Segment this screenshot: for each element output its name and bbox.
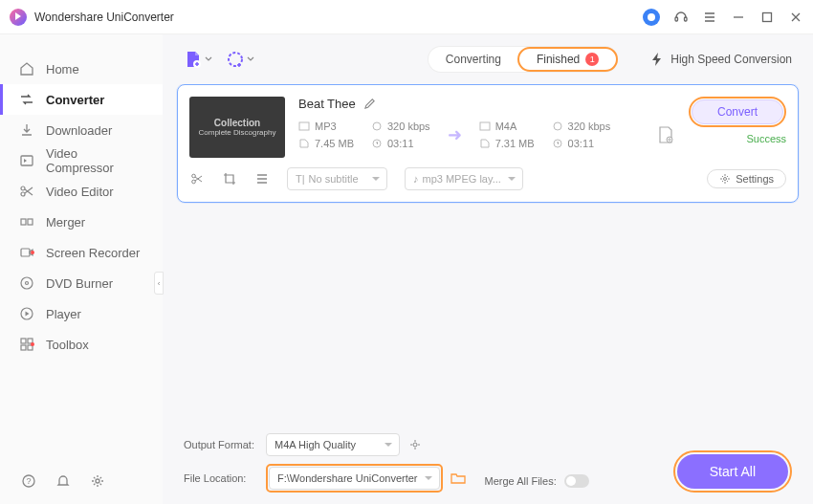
titlebar: Wondershare UniConverter [0,0,813,34]
play-icon [19,306,34,321]
svg-rect-8 [21,249,30,256]
convert-button[interactable]: Convert [692,99,783,124]
add-file-button[interactable] [184,50,212,69]
sidebar-collapse-handle[interactable]: ‹ [154,272,164,295]
svg-point-30 [724,178,727,181]
sidebar: Home Converter Downloader Video Compress… [0,34,163,504]
notification-dot [31,251,34,254]
sidebar-item-downloader[interactable]: Downloader [0,115,163,145]
arrow-icon: ➜ [448,124,462,145]
svg-point-4 [21,186,25,190]
high-speed-toggle[interactable]: High Speed Conversion [649,52,792,67]
sidebar-item-label: Merger [46,215,85,230]
crop-icon[interactable] [222,171,237,186]
open-folder-icon[interactable] [450,471,466,485]
compress-icon [19,153,34,168]
sidebar-item-merger[interactable]: Merger [0,207,163,237]
toolbox-icon [19,337,34,352]
sidebar-item-label: DVD Burner [46,276,113,291]
merge-label: Merge All Files: [485,475,557,487]
svg-point-20 [229,53,242,66]
tab-converting[interactable]: Converting [428,47,518,72]
svg-rect-1 [685,17,688,21]
audio-track-select[interactable]: ♪mp3 MPEG lay... [405,167,523,190]
sidebar-item-recorder[interactable]: Screen Recorder [0,237,163,268]
svg-point-9 [21,277,33,289]
disc-icon [19,275,34,291]
thumbnail: CollectionComplete Discography [189,97,285,158]
download-icon [19,122,34,138]
converter-icon [19,92,34,107]
output-settings-icon[interactable] [656,125,675,144]
dst-bitrate: 320 kbps [552,121,611,132]
add-url-button[interactable] [226,50,254,69]
svg-rect-14 [21,345,26,350]
subtitle-select[interactable]: T|No subtitle [287,167,387,190]
svg-point-10 [26,282,29,285]
minimize-icon[interactable] [731,10,746,25]
svg-rect-6 [21,219,26,225]
item-title: Beat Thee [298,97,356,111]
sidebar-item-label: Converter [46,93,104,107]
svg-point-5 [21,192,25,196]
format-settings-icon[interactable] [407,437,423,452]
tab-finished[interactable]: Finished1 [517,47,618,72]
recorder-icon [19,245,34,260]
headset-icon[interactable] [673,10,689,25]
item-settings-button[interactable]: Settings [707,169,786,188]
dst-size: 7.31 MB [479,138,535,149]
toolbar: Converting Finished1 High Speed Conversi… [163,34,813,84]
close-icon[interactable] [788,10,803,25]
output-format-select[interactable]: M4A High Quality [266,433,400,456]
output-format-label: Output Format: [184,439,258,450]
scissors-icon [19,184,34,199]
sidebar-item-dvd[interactable]: DVD Burner [0,268,163,298]
status-tabs: Converting Finished1 [428,47,617,72]
trim-icon[interactable] [189,171,205,186]
svg-rect-12 [21,339,26,343]
svg-rect-21 [299,122,309,130]
sidebar-item-editor[interactable]: Video Editor [0,176,163,207]
menu-icon[interactable] [702,10,717,25]
avatar-icon[interactable] [643,9,660,26]
merge-icon [19,214,34,230]
sidebar-item-label: Downloader [46,123,112,138]
notification-dot [31,342,34,346]
bell-icon[interactable] [55,473,71,489]
svg-point-31 [413,443,417,447]
sidebar-item-toolbox[interactable]: Toolbox [0,329,163,360]
start-all-button[interactable]: Start All [677,454,788,489]
sidebar-item-home[interactable]: Home [0,54,163,84]
svg-point-29 [192,180,196,184]
merge-toggle[interactable] [564,474,589,488]
settings-icon[interactable] [90,473,105,489]
footer: Output Format: M4A High Quality File Loc… [163,426,813,504]
status-label: Success [746,133,786,144]
sidebar-item-label: Toolbox [46,338,89,352]
sidebar-item-player[interactable]: Player [0,298,163,329]
file-location-select[interactable]: F:\Wondershare UniConverter [269,467,440,490]
sidebar-item-converter[interactable]: Converter [0,84,163,115]
svg-rect-7 [28,219,33,225]
dst-duration: 03:11 [552,138,611,149]
svg-text:?: ? [26,476,31,486]
file-location-label: File Location: [184,472,258,484]
edit-title-icon[interactable] [363,98,376,110]
conversion-item: CollectionComplete Discography Beat Thee… [177,84,799,203]
dst-format: M4A [479,121,535,132]
effects-icon[interactable] [254,171,270,186]
help-icon[interactable]: ? [21,473,36,489]
svg-point-18 [96,479,99,483]
maximize-icon[interactable] [759,10,775,25]
sidebar-item-label: Home [46,62,79,77]
svg-point-28 [192,174,196,178]
app-title: Wondershare UniConverter [34,11,174,24]
svg-rect-0 [675,17,678,21]
src-duration: 03:11 [371,138,430,149]
sidebar-item-label: Screen Recorder [46,246,140,260]
src-format: MP3 [298,121,354,132]
sidebar-item-compressor[interactable]: Video Compressor [0,145,163,176]
svg-rect-24 [480,122,490,130]
sidebar-item-label: Video Compressor [46,146,143,175]
app-logo-icon [10,9,27,26]
